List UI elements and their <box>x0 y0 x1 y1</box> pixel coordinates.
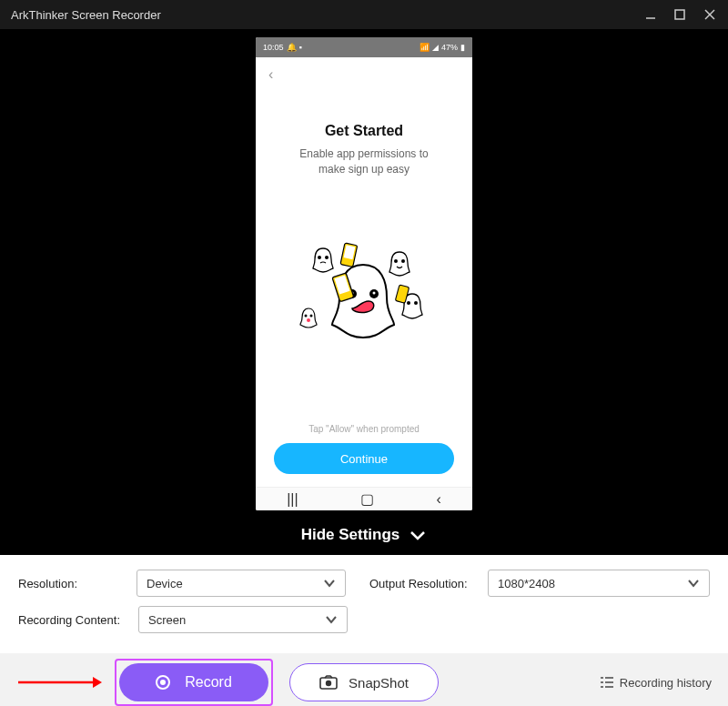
svg-point-18 <box>307 318 310 322</box>
snapshot-label: SnapShot <box>349 675 409 691</box>
chevron-down-icon <box>409 529 427 541</box>
maximize-button[interactable] <box>673 8 686 21</box>
chevron-down-icon <box>687 579 700 588</box>
phone-navbar: ||| ▢ ‹ <box>256 487 472 510</box>
snapshot-button[interactable]: SnapShot <box>289 663 439 701</box>
arrow-annotation-icon <box>16 674 102 691</box>
recording-history-label: Recording history <box>620 676 712 690</box>
get-started-subtitle: Enable app permissions tomake sign up ea… <box>268 146 460 177</box>
nav-recents-icon[interactable]: ||| <box>287 491 298 508</box>
svg-point-5 <box>325 256 329 259</box>
actionbar: Record SnapShot Recording history <box>0 653 728 706</box>
hide-settings-label: Hide Settings <box>301 526 400 544</box>
hide-settings-toggle[interactable]: Hide Settings <box>0 519 728 555</box>
get-started-title: Get Started <box>268 123 460 139</box>
svg-point-20 <box>414 301 418 305</box>
svg-point-24 <box>326 681 331 686</box>
chevron-down-icon <box>323 579 336 588</box>
svg-point-9 <box>401 259 405 263</box>
status-bell-icon: 🔔 <box>287 43 297 52</box>
continue-button[interactable]: Continue <box>274 443 454 474</box>
list-icon <box>600 676 614 689</box>
output-resolution-value: 1080*2408 <box>498 577 555 590</box>
record-highlight: Record <box>115 659 273 706</box>
window-controls <box>644 7 717 22</box>
output-resolution-label: Output Resolution: <box>369 577 477 590</box>
svg-point-16 <box>305 315 308 318</box>
snapchat-ghost-illustration <box>268 177 460 424</box>
chevron-down-icon <box>325 615 338 624</box>
record-label: Record <box>185 674 232 691</box>
status-battery: 47% <box>441 43 458 52</box>
preview-area: 10:05 🔔 ▪ 📶 ◢ 47% ▮ ‹ Get Started Enable… <box>0 29 728 519</box>
close-button[interactable] <box>703 7 717 22</box>
status-wifi-icon: 📶 <box>420 43 430 52</box>
svg-point-13 <box>373 292 376 295</box>
svg-point-4 <box>318 256 321 259</box>
status-signal-icon: ◢ <box>432 43 439 52</box>
app-title: ArkThinker Screen Recorder <box>11 8 644 22</box>
titlebar: ArkThinker Screen Recorder <box>0 0 728 29</box>
phone-back-button[interactable]: ‹ <box>268 66 460 83</box>
status-app-icon: ▪ <box>299 43 302 52</box>
resolution-value: Device <box>147 577 183 590</box>
svg-point-8 <box>394 259 398 263</box>
settings-panel: Resolution: Device Output Resolution: 10… <box>0 555 728 653</box>
recording-content-value: Screen <box>148 613 186 627</box>
phone-content: ‹ Get Started Enable app permissions tom… <box>256 57 472 487</box>
status-battery-icon: ▮ <box>460 43 465 52</box>
recording-history-link[interactable]: Recording history <box>600 676 712 690</box>
nav-back-icon[interactable]: ‹ <box>436 491 440 508</box>
tap-allow-text: Tap "Allow" when prompted <box>268 424 460 434</box>
recording-content-label: Recording Content: <box>18 613 127 627</box>
svg-rect-1 <box>675 10 684 19</box>
output-resolution-select[interactable]: 1080*2408 <box>488 570 710 597</box>
status-time: 10:05 <box>263 43 284 52</box>
record-dot-icon <box>156 675 170 690</box>
record-button[interactable]: Record <box>119 663 268 701</box>
resolution-label: Resolution: <box>18 577 126 590</box>
recording-content-select[interactable]: Screen <box>138 606 348 633</box>
resolution-select[interactable]: Device <box>136 570 346 597</box>
minimize-button[interactable] <box>644 8 657 21</box>
phone-frame: 10:05 🔔 ▪ 📶 ◢ 47% ▮ ‹ Get Started Enable… <box>256 37 472 510</box>
svg-point-17 <box>310 315 313 318</box>
phone-statusbar: 10:05 🔔 ▪ 📶 ◢ 47% ▮ <box>256 37 472 57</box>
svg-point-19 <box>407 301 410 305</box>
camera-icon <box>319 675 338 690</box>
nav-home-icon[interactable]: ▢ <box>360 490 374 508</box>
